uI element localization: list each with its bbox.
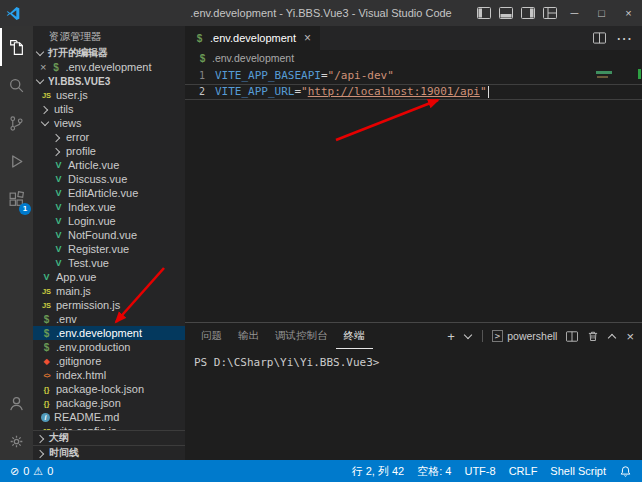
minimize-button[interactable]: ─ (561, 0, 588, 26)
env-file-icon: $ (50, 62, 61, 73)
tree-item-permission-js[interactable]: JSpermission.js (33, 298, 185, 312)
open-editors-header[interactable]: 打开的编辑器 (33, 46, 185, 60)
title-bar: .env.development - Yi.BBS.Vue3 - Visual … (0, 0, 642, 26)
tree-item-profile[interactable]: profile (33, 144, 185, 158)
code-line-2[interactable]: 2VITE_APP_URL="http://localhost:19001/ap… (185, 84, 642, 100)
encoding[interactable]: UTF-8 (464, 465, 495, 477)
tree-item-article-vue[interactable]: VArticle.vue (33, 158, 185, 172)
tree-item-label: Article.vue (68, 159, 119, 171)
tree-item-index-html[interactable]: <>index.html (33, 368, 185, 382)
tree-item-discuss-vue[interactable]: VDiscuss.vue (33, 172, 185, 186)
tree-item-label: package-lock.json (56, 383, 144, 395)
env-file-icon: $ (41, 342, 52, 353)
panel-tab[interactable]: 调试控制台 (267, 323, 336, 349)
maximize-panel-icon[interactable] (608, 332, 617, 341)
panel-tab[interactable]: 输出 (230, 323, 267, 349)
env-file-icon: $ (194, 33, 205, 44)
split-terminal-icon[interactable] (566, 331, 578, 342)
open-editor-item[interactable]: × $ .env.development (33, 60, 185, 74)
tree-item-login-vue[interactable]: VLogin.vue (33, 214, 185, 228)
notifications-bell-icon[interactable] (619, 465, 632, 478)
terminal-dropdown-icon[interactable] (464, 332, 473, 341)
timeline-label: 时间线 (49, 446, 79, 460)
tree-item-readme-md[interactable]: iREADME.md (33, 410, 185, 424)
new-terminal-icon[interactable]: + (447, 330, 455, 343)
kill-terminal-icon[interactable] (587, 330, 599, 342)
terminal-instance-powershell[interactable]: > powershell (492, 330, 558, 342)
toggle-secondary-sidebar-icon[interactable] (517, 0, 539, 26)
tree-item-package-json[interactable]: {}package.json (33, 396, 185, 410)
tree-item-package-lock-json[interactable]: {}package-lock.json (33, 382, 185, 396)
activity-bar: 1 (0, 26, 33, 460)
vscode-window: .env.development - Yi.BBS.Vue3 - Visual … (0, 0, 642, 482)
js-file-icon: JS (41, 91, 52, 100)
vue-file-icon: V (53, 230, 64, 240)
close-panel-icon[interactable]: × (626, 330, 634, 343)
tree-item-views[interactable]: views (33, 116, 185, 130)
split-editor-icon[interactable] (593, 32, 606, 44)
project-header[interactable]: YI.BBS.VUE3 (33, 74, 185, 88)
tree-item-error[interactable]: error (33, 130, 185, 144)
separator (482, 330, 483, 342)
tree-item-env-production[interactable]: $.env.production (33, 340, 185, 354)
panel-tab[interactable]: 问题 (193, 323, 230, 349)
status-bar: ⊘ 0 ⚠ 0 行 2, 列 42 空格: 4 UTF-8 CRLF Shell… (0, 460, 642, 482)
tree-item-label: views (54, 117, 82, 129)
tree-item-env[interactable]: $.env (33, 312, 185, 326)
tree-item-env-development[interactable]: $.env.development (33, 326, 185, 340)
code-line-1[interactable]: 1VITE_APP_BASEAPI="/api-dev" (185, 68, 642, 84)
toggle-panel-icon[interactable] (495, 0, 517, 26)
panel-tabs: 问题输出调试控制台终端 (193, 323, 373, 349)
tree-item-user-js[interactable]: JSuser.js (33, 88, 185, 102)
eol-sequence[interactable]: CRLF (509, 465, 538, 477)
minimap-mark (597, 76, 608, 78)
close-tab-icon[interactable]: × (304, 31, 311, 45)
search-icon[interactable] (0, 66, 33, 104)
tree-item-label: Test.vue (68, 257, 109, 269)
panel-header: 问题输出调试控制台终端 + > powershell (185, 323, 642, 349)
more-actions-icon[interactable]: ⋯ (616, 29, 632, 48)
tree-item-register-vue[interactable]: VRegister.vue (33, 242, 185, 256)
code-area: 1VITE_APP_BASEAPI="/api-dev"2VITE_APP_UR… (185, 66, 642, 322)
tree-item-editarticle-vue[interactable]: VEditArticle.vue (33, 186, 185, 200)
tree-item-gitignore[interactable]: ◆.gitignore (33, 354, 185, 368)
outline-section[interactable]: 大纲 (33, 430, 185, 445)
maximize-button[interactable]: □ (588, 0, 615, 26)
terminal-content[interactable]: PS D:\CSharp\Yi\Yi.BBS.Vue3> (185, 349, 642, 376)
tree-item-app-vue[interactable]: VApp.vue (33, 270, 185, 284)
customize-layout-icon[interactable] (539, 0, 561, 26)
editor-tab-env-development[interactable]: $ .env.development × (185, 26, 320, 50)
run-debug-icon[interactable] (0, 142, 33, 180)
problems-status[interactable]: ⊘ 0 ⚠ 0 (10, 465, 53, 478)
tree-item-utils[interactable]: utils (33, 102, 185, 116)
line-content: VITE_APP_BASEAPI="/api-dev" (215, 68, 394, 84)
env-file-icon: $ (41, 314, 52, 325)
json-file-icon: {} (41, 385, 52, 394)
explorer-icon[interactable] (0, 28, 33, 66)
tree-item-label: error (66, 131, 89, 143)
tree-item-index-vue[interactable]: VIndex.vue (33, 200, 185, 214)
timeline-section[interactable]: 时间线 (33, 445, 185, 460)
extensions-icon[interactable]: 1 (0, 180, 33, 218)
panel-tab[interactable]: 终端 (336, 323, 373, 349)
tab-label: .env.development (210, 32, 296, 44)
settings-gear-icon[interactable] (0, 422, 33, 460)
close-window-button[interactable]: × (615, 0, 642, 26)
source-control-icon[interactable] (0, 104, 33, 142)
cursor-position[interactable]: 行 2, 列 42 (352, 464, 405, 479)
indentation[interactable]: 空格: 4 (417, 464, 451, 479)
language-mode[interactable]: Shell Script (550, 465, 606, 477)
env-file-icon: $ (197, 53, 208, 64)
toggle-sidebar-icon[interactable] (473, 0, 495, 26)
vue-file-icon: V (53, 258, 64, 268)
info-file-icon: i (41, 413, 50, 422)
tree-item-notfound-vue[interactable]: VNotFound.vue (33, 228, 185, 242)
vue-file-icon: V (53, 216, 64, 226)
vue-file-icon: V (41, 272, 52, 282)
tree-item-test-vue[interactable]: VTest.vue (33, 256, 185, 270)
tree-item-main-js[interactable]: JSmain.js (33, 284, 185, 298)
close-editor-icon[interactable]: × (40, 62, 46, 73)
breadcrumb[interactable]: $ .env.development (185, 50, 642, 66)
vue-file-icon: V (53, 202, 64, 212)
account-icon[interactable] (0, 384, 33, 422)
